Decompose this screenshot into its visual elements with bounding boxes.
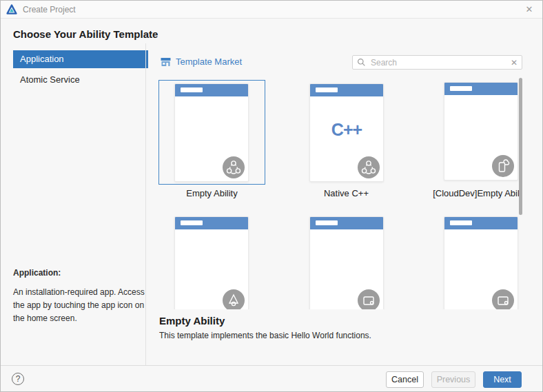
template-thumbnail — [174, 216, 249, 309]
template-market-link[interactable]: Template Market — [161, 56, 242, 67]
sidebar-item-application[interactable]: Application — [13, 50, 148, 68]
store-icon — [161, 57, 171, 67]
cloud-phone-badge-icon — [492, 155, 514, 177]
previous-button[interactable]: Previous — [431, 371, 475, 388]
window-title: Create Project — [23, 5, 76, 14]
ability-badge-icon — [223, 289, 245, 309]
search-box: ✕ — [352, 55, 522, 70]
deveco-logo-icon — [6, 4, 17, 15]
ability-badge-icon — [223, 156, 245, 178]
create-project-dialog: Create Project ✕ Choose Your Ability Tem… — [0, 0, 543, 392]
title-bar: Create Project ✕ — [1, 1, 542, 19]
template-thumbnail — [174, 83, 249, 182]
page-title: Choose Your Ability Template — [13, 28, 158, 40]
template-card[interactable] — [158, 216, 265, 309]
sidebar-item-atomic-service[interactable]: Atomic Service — [13, 71, 148, 89]
vertical-scrollbar[interactable] — [519, 78, 522, 215]
template-card-native-cpp[interactable]: C++ Native C++ — [293, 74, 400, 198]
search-input[interactable] — [369, 57, 511, 68]
template-thumbnail — [309, 216, 384, 309]
sidebar-description-title: Application: — [13, 268, 145, 278]
sidebar-description: Application: An installation-required ap… — [13, 268, 145, 326]
detail-title: Empty Ability — [159, 315, 225, 327]
template-thumbnail — [444, 216, 518, 309]
tablet-badge-icon — [492, 289, 514, 309]
template-grid: Empty Ability C++ — [146, 74, 522, 309]
search-icon — [357, 58, 366, 67]
cpp-logo: C++ — [310, 120, 383, 140]
footer-bar: ? Cancel Previous Next — [1, 365, 542, 392]
ability-badge-icon — [358, 156, 380, 178]
template-card[interactable] — [293, 216, 400, 309]
template-thumbnail: C++ — [309, 83, 384, 182]
template-card-clouddev-empty-ability[interactable]: [CloudDev]Empty Ability — [427, 74, 522, 198]
template-card-empty-ability[interactable]: Empty Ability — [158, 74, 265, 198]
template-market-label: Template Market — [176, 56, 242, 67]
help-icon[interactable]: ? — [12, 373, 24, 385]
next-button[interactable]: Next — [483, 371, 522, 388]
sidebar-description-body: An installation-required app. Access the… — [13, 286, 145, 326]
tablet-badge-icon — [358, 289, 380, 309]
template-card-label: Native C++ — [293, 188, 400, 198]
close-icon[interactable]: ✕ — [520, 1, 538, 18]
template-card-label: Empty Ability — [158, 188, 265, 198]
clear-search-icon[interactable]: ✕ — [511, 59, 518, 67]
cancel-button[interactable]: Cancel — [386, 371, 424, 388]
template-card[interactable] — [427, 216, 522, 309]
detail-description: This template implements the basic Hello… — [159, 331, 371, 340]
template-thumbnail — [444, 82, 518, 180]
template-card-label: [CloudDev]Empty Ability — [427, 188, 522, 198]
